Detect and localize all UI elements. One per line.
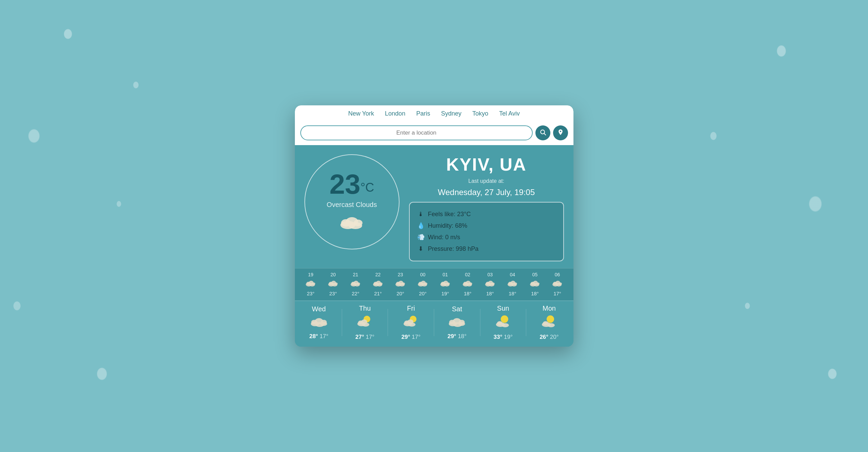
hour-label: 00 [420,272,426,277]
wind-row: 💨 Wind: 0 m/s [417,231,556,243]
svg-point-82 [407,319,413,324]
week-weather-icon [356,314,374,332]
nav-item-london[interactable]: London [385,110,405,117]
gps-location-button[interactable] [553,125,568,140]
nav-item-tokyo[interactable]: Tokyo [472,110,488,117]
hourly-forecast-strip: 19 23° 20 23° 21 [295,268,573,300]
hour-label: 04 [510,272,515,277]
hour-icon [530,279,541,289]
svg-point-96 [543,321,548,325]
hourly-item: 00 20° [412,272,433,296]
week-temperatures: 26° 20° [539,334,559,341]
hour-temp: 22° [352,291,359,296]
week-day-label: Fri [407,305,415,312]
hourly-item: 21 22° [345,272,366,296]
svg-point-16 [334,282,338,285]
week-divider [526,309,526,336]
hour-icon [418,279,428,289]
hour-temp: 18° [486,291,494,296]
svg-point-21 [357,282,360,285]
pressure-icon: ⬇ [417,245,425,253]
week-temperatures: 29° 18° [447,333,466,340]
search-bar [295,122,573,146]
hour-icon [552,279,563,289]
week-divider [388,309,388,336]
svg-point-77 [361,319,367,324]
app-container: New York London Paris Sydney Tokyo Tel A… [295,105,573,347]
weather-details-box: 🌡 Feels like: 23°C 💧 Humidity: 68% 💨 Win… [409,202,564,261]
svg-point-91 [501,323,509,327]
temperature-unit: °C [360,180,374,194]
hour-label: 01 [443,272,448,277]
hour-temp: 18° [464,291,472,296]
week-day-label: Wed [312,305,326,313]
week-day-label: Sun [497,305,509,312]
svg-point-56 [514,282,517,285]
hourly-item: 22 21° [368,272,389,296]
last-update-label: Last update at: [468,178,504,184]
hour-label: 20 [331,272,336,277]
svg-point-95 [547,323,555,327]
search-icon [539,129,546,137]
svg-point-41 [446,282,450,285]
location-pin-icon [557,129,564,137]
hour-temp: 23° [307,291,315,296]
weekly-forecast-row: Wed 28° 17° Thu 27° 17° Fri [300,305,568,341]
temperature-display: 23°C [330,170,374,198]
week-day-label: Mon [543,305,556,312]
hour-temp: 21° [374,291,382,296]
hour-label: 21 [353,272,358,277]
weekly-item: Sat 29° 18° [438,305,476,340]
hour-temp: 18° [531,291,539,296]
location-search-input[interactable] [300,125,533,140]
week-divider [480,309,480,336]
week-day-label: Sat [452,305,462,313]
hour-label: 02 [465,272,471,277]
weekly-item: Fri 29° 17° [392,305,430,341]
nav-item-sydney[interactable]: Sydney [441,110,461,117]
svg-point-46 [469,282,472,285]
week-divider [342,309,342,336]
weekly-item: Mon 26° 20° [530,305,568,341]
hour-label: 03 [488,272,493,277]
city-name: KYIV, UA [446,154,527,175]
humidity-icon: 💧 [417,222,425,229]
nav-bar: New York London Paris Sydney Tokyo Tel A… [295,105,573,122]
pressure-value: Pressure: 998 hPa [428,245,479,253]
hour-temp: 17° [553,291,561,296]
week-temperatures: 33° 19° [494,334,513,341]
svg-point-26 [379,282,383,285]
thermometer-icon: 🌡 [417,211,425,218]
week-divider [434,309,434,336]
weather-circle: 23°C Overcast Clouds [304,154,400,249]
svg-point-31 [402,282,405,285]
hour-icon [440,279,451,289]
weekly-item: Wed 28° 17° [300,305,338,340]
feels-like-value: Feels like: 23°C [428,211,471,218]
hour-label: 23 [398,272,403,277]
search-button[interactable] [535,125,550,140]
week-weather-icon [402,314,420,332]
week-weather-icon [540,314,558,332]
week-temperatures: 28° 17° [309,333,328,340]
svg-point-51 [491,282,495,285]
hour-icon [507,279,518,289]
nav-item-tel-aviv[interactable]: Tel Aviv [499,110,520,117]
last-update-time: Wednesday, 27 July, 19:05 [438,188,535,197]
svg-point-6 [354,220,362,226]
nav-item-new-york[interactable]: New York [348,110,374,117]
hour-icon [395,279,406,289]
hour-icon [305,279,316,289]
hour-label: 05 [532,272,538,277]
nav-item-paris[interactable]: Paris [416,110,430,117]
main-weather-panel: 23°C Overcast Clouds KYIV, UA Last updat… [295,146,573,268]
week-temperatures: 27° 17° [355,334,374,341]
hour-icon [485,279,496,289]
hourly-item: 04 18° [502,272,523,296]
svg-point-36 [424,282,427,285]
svg-point-92 [497,321,502,325]
pressure-row: ⬇ Pressure: 998 hPa [417,243,556,255]
svg-point-66 [559,282,562,285]
hourly-item: 19 23° [300,272,321,296]
search-input-wrapper [300,125,533,140]
